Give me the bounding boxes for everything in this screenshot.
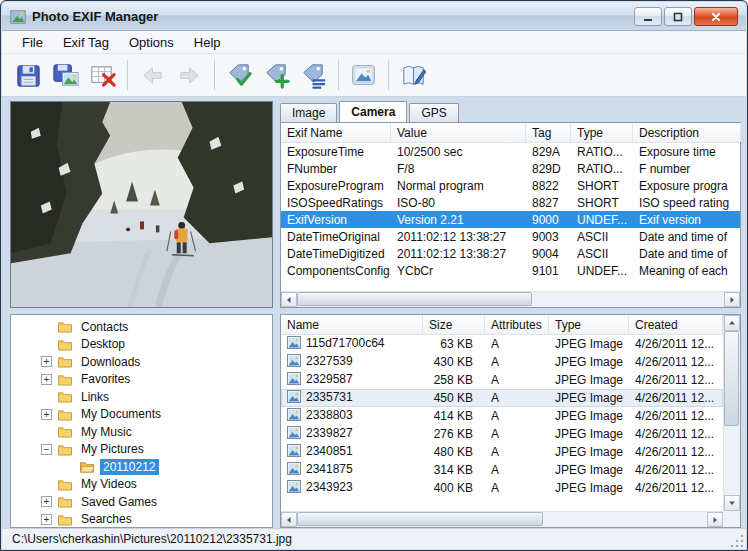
tree-item-saved-games[interactable]: +Saved Games <box>11 493 272 511</box>
resize-grip[interactable] <box>730 533 744 547</box>
tree-item-searches[interactable]: +Searches <box>11 511 272 529</box>
scroll-up-button[interactable] <box>724 315 740 331</box>
tree-item-my-music[interactable]: My Music <box>11 423 272 441</box>
scroll-thumb[interactable] <box>297 292 532 306</box>
exif-cell: Meaning of each <box>633 264 741 278</box>
scroll-down-button[interactable] <box>724 495 740 511</box>
menu-item-file[interactable]: File <box>12 32 53 53</box>
tab-image[interactable]: Image <box>280 103 337 122</box>
exif-cell: DateTimeDigitized <box>281 247 391 261</box>
tree-item-downloads[interactable]: +Downloads <box>11 353 272 371</box>
save-exif-button[interactable] <box>10 57 47 94</box>
expander-plus-icon[interactable]: + <box>41 374 52 385</box>
delete-exif-button[interactable] <box>84 57 121 94</box>
file-row-2343923[interactable]: 2343923400 KBAJPEG Image4/26/2011 12... <box>281 479 723 497</box>
exif-column-header-tag[interactable]: Tag <box>526 123 571 142</box>
scroll-left-button[interactable] <box>281 292 297 307</box>
exif-cell: Exposure progra <box>633 179 741 193</box>
scroll-right-button[interactable] <box>724 292 740 307</box>
file-row-115d71700c64[interactable]: 115d71700c6463 KBAJPEG Image4/26/2011 12… <box>281 335 723 353</box>
tree-item-desktop[interactable]: Desktop <box>11 336 272 354</box>
tag-verify-button[interactable] <box>221 57 258 94</box>
expander-plus-icon[interactable]: + <box>41 356 52 367</box>
tree-item-label: Desktop <box>78 336 128 352</box>
exif-row-isospeedratings[interactable]: ISOSpeedRatingsISO-808827SHORTISO speed … <box>281 194 740 211</box>
tree-item-20110212[interactable]: 20110212 <box>11 458 272 476</box>
exif-h-scrollbar[interactable] <box>281 291 740 307</box>
tree-item-my-pictures[interactable]: −My Pictures <box>11 441 272 459</box>
scroll-track[interactable] <box>297 292 724 307</box>
minimize-button[interactable] <box>634 7 662 26</box>
file-row-2327539[interactable]: 2327539430 KBAJPEG Image4/26/2011 12... <box>281 353 723 371</box>
file-cell-size: 450 KB <box>423 391 485 405</box>
file-column-header-type[interactable]: Type <box>549 315 629 334</box>
exif-row-datetimedigitized[interactable]: DateTimeDigitized2011:02:12 13:38:279004… <box>281 245 740 262</box>
file-cell-size: 400 KB <box>423 481 485 495</box>
exif-column-header-description[interactable]: Description <box>633 123 741 142</box>
tree-item-label: Downloads <box>78 354 143 370</box>
tree-item-my-documents[interactable]: +My Documents <box>11 406 272 424</box>
tag-add-button[interactable] <box>258 57 295 94</box>
tab-camera[interactable]: Camera <box>339 101 407 122</box>
scroll-thumb[interactable] <box>297 512 543 526</box>
tag-edit-button[interactable] <box>295 57 332 94</box>
exif-row-exifversion[interactable]: ExifVersionVersion 2.219000UNDEF...Exif … <box>281 211 740 228</box>
file-h-scrollbar[interactable] <box>281 511 723 527</box>
file-row-2335731[interactable]: 2335731450 KBAJPEG Image4/26/2011 12... <box>281 389 723 407</box>
image-viewer-button[interactable] <box>345 57 382 94</box>
exif-row-exposureprogram[interactable]: ExposureProgramNormal program8822SHORTEx… <box>281 177 740 194</box>
menu-item-help[interactable]: Help <box>184 32 231 53</box>
maximize-button[interactable] <box>664 7 692 26</box>
file-row-2338803[interactable]: 2338803414 KBAJPEG Image4/26/2011 12... <box>281 407 723 425</box>
folder-icon <box>57 355 73 368</box>
expander-minus-icon[interactable]: − <box>41 444 52 455</box>
save-image-button[interactable] <box>47 57 84 94</box>
down-arrow-icon <box>728 499 736 507</box>
scroll-track[interactable] <box>297 512 707 527</box>
file-panel: NameSizeAttributesTypeCreated 115d71700c… <box>280 314 741 528</box>
exif-cell: 9004 <box>526 247 571 261</box>
exif-row-fnumber[interactable]: FNumberF/8829DRATIO...F number <box>281 160 740 177</box>
exif-column-header-exif-name[interactable]: Exif Name <box>281 123 391 142</box>
exif-column-header-type[interactable]: Type <box>571 123 633 142</box>
file-column-header-name[interactable]: Name <box>281 315 423 334</box>
exif-column-header-value[interactable]: Value <box>391 123 526 142</box>
scroll-right-button[interactable] <box>707 512 723 527</box>
tree-item-my-videos[interactable]: My Videos <box>11 476 272 494</box>
tree-item-favorites[interactable]: +Favorites <box>11 371 272 389</box>
file-column-header-size[interactable]: Size <box>423 315 485 334</box>
scroll-left-button[interactable] <box>281 512 297 527</box>
file-column-header-attributes[interactable]: Attributes <box>485 315 549 334</box>
tree-item-links[interactable]: Links <box>11 388 272 406</box>
tab-gps[interactable]: GPS <box>409 103 458 122</box>
file-row-2339827[interactable]: 2339827276 KBAJPEG Image4/26/2011 12... <box>281 425 723 443</box>
tree-item-contacts[interactable]: Contacts <box>11 318 272 336</box>
help-button[interactable] <box>395 57 432 94</box>
expander-plus-icon[interactable]: + <box>41 496 52 507</box>
expander-plus-icon[interactable]: + <box>41 514 52 525</box>
exif-row-componentsconfig-[interactable]: ComponentsConfig...YCbCr9101UNDEF...Mean… <box>281 262 740 279</box>
file-row-2340851[interactable]: 2340851480 KBAJPEG Image4/26/2011 12... <box>281 443 723 461</box>
menu-item-exif-tag[interactable]: Exif Tag <box>53 32 119 53</box>
title-bar[interactable]: Photo EXIF Manager <box>2 2 746 31</box>
exif-cell: F number <box>633 162 741 176</box>
scroll-thumb[interactable] <box>724 331 739 426</box>
file-table-body: 115d71700c6463 KBAJPEG Image4/26/2011 12… <box>281 335 723 511</box>
expander-plus-icon[interactable]: + <box>41 409 52 420</box>
file-cell-type: JPEG Image <box>549 427 629 441</box>
close-button[interactable] <box>694 7 738 26</box>
file-cell-type: JPEG Image <box>549 409 629 423</box>
file-v-scrollbar[interactable] <box>723 315 740 511</box>
image-file-icon <box>287 408 301 424</box>
exif-row-exposuretime[interactable]: ExposureTime10/2500 sec829ARATIO...Expos… <box>281 143 740 160</box>
exif-table-header: Exif NameValueTagTypeDescription <box>281 123 740 143</box>
file-table-header: NameSizeAttributesTypeCreated <box>281 315 723 335</box>
status-bar: C:\Users\cherkashin\Pictures\20110212\23… <box>2 528 746 549</box>
scroll-track[interactable] <box>724 331 740 495</box>
menu-item-options[interactable]: Options <box>119 32 184 53</box>
file-column-header-created[interactable]: Created <box>629 315 723 334</box>
file-row-2329587[interactable]: 2329587258 KBAJPEG Image4/26/2011 12... <box>281 371 723 389</box>
exif-row-datetimeoriginal[interactable]: DateTimeOriginal2011:02:12 13:38:279003A… <box>281 228 740 245</box>
file-cell-name: 2327539 <box>281 354 423 370</box>
file-row-2341875[interactable]: 2341875314 KBAJPEG Image4/26/2011 12... <box>281 461 723 479</box>
